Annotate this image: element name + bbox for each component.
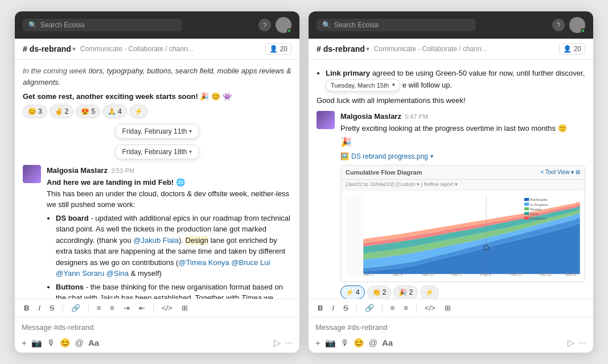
left-window: 🔍 Search Ecosia ? # ds-rebrand ▾ Communi… xyxy=(15,11,299,353)
svg-rect-18 xyxy=(524,217,529,220)
reaction-2[interactable]: ✌️ 2 xyxy=(50,105,74,118)
messages-area-right: Link primary agreed to be using Green-50… xyxy=(309,60,593,299)
search-bar-left[interactable]: 🔍 Search Ecosia xyxy=(23,19,182,31)
date-pill-feb18[interactable]: Friday, February 18th ▾ xyxy=(115,144,200,159)
svg-text:Jan 1: Jan 1 xyxy=(363,271,373,276)
divider-r3 xyxy=(416,304,417,313)
channel-name-right[interactable]: # ds-rebrand xyxy=(317,44,365,53)
chart-share-btn[interactable]: < Tool View ▾ ⊞ xyxy=(540,168,580,176)
msg-header-left: Malgosia Maslarz 3:53 PM xyxy=(47,165,291,176)
channel-desc-left: Communicate - Collaborate / chann... xyxy=(80,45,194,53)
reaction-1[interactable]: 😊 3 xyxy=(23,105,47,118)
members-button-right[interactable]: 👤 20 xyxy=(559,43,585,55)
mention-sina[interactable]: @Sina xyxy=(106,269,129,278)
help-icon-right[interactable]: ? xyxy=(552,19,565,31)
link-btn-left[interactable]: 🔗 xyxy=(69,303,83,313)
more-btn-right[interactable]: ⋯ xyxy=(579,338,586,347)
mic-btn-left[interactable]: 🎙 xyxy=(47,338,55,348)
bold-btn-left[interactable]: B xyxy=(22,303,31,313)
svg-text:Mar 8: Mar 8 xyxy=(565,271,576,276)
msg-author-right: Malgosia Maslarz xyxy=(340,111,401,122)
italic-btn-right[interactable]: I xyxy=(330,303,336,313)
search-icon: 🔍 xyxy=(28,21,37,29)
truncated-intro: In the coming week tlors, typogrpahy, bu… xyxy=(23,65,291,88)
divider-3 xyxy=(153,304,154,313)
channel-desc-right: Communicate - Collaborate / chann... xyxy=(374,45,487,53)
message-block-right: Malgosia Maslarz 5:47 PM Pretty exciting… xyxy=(317,111,585,299)
plus-btn-right[interactable]: + xyxy=(315,338,321,348)
msg-header-right: Malgosia Maslarz 5:47 PM xyxy=(340,111,585,122)
code-btn-right[interactable]: </> xyxy=(422,303,438,313)
svg-rect-10 xyxy=(524,198,529,201)
ol-btn-right[interactable]: ≡ xyxy=(388,303,397,313)
ul-btn-left[interactable]: ≡ xyxy=(108,303,117,313)
chart-title: Cumulative Flow Diagram xyxy=(346,168,422,177)
mention-btn-right[interactable]: @ xyxy=(369,338,377,348)
file-caret: ▾ xyxy=(430,152,433,160)
tooltip-march15[interactable]: Tuesday, March 15th ▾ xyxy=(326,79,400,92)
italic-btn-left[interactable]: I xyxy=(36,303,43,313)
svg-text:Feb 15: Feb 15 xyxy=(510,271,522,276)
reaction-4[interactable]: 🙏 4 xyxy=(102,105,127,118)
svg-text:Backlog/do: Backlog/do xyxy=(530,197,548,201)
file-icon: 🖼️ xyxy=(340,151,349,162)
video-btn-left[interactable]: 📷 xyxy=(31,338,42,348)
channel-dropdown-icon[interactable]: ▾ xyxy=(72,45,76,53)
video-btn-right[interactable]: 📷 xyxy=(325,338,336,348)
reaction-5[interactable]: ⚡ xyxy=(129,105,148,118)
date-pill-feb11[interactable]: Friday, February 11th ▾ xyxy=(115,124,200,139)
date-divider-feb11: Friday, February 11th ▾ xyxy=(23,124,291,139)
channel-dropdown-icon-right[interactable]: ▾ xyxy=(366,45,369,53)
reaction-right-4[interactable]: ⚡ xyxy=(420,286,439,299)
svg-text:Jan 15: Jan 15 xyxy=(422,271,434,276)
msg-content-left: Malgosia Maslarz 3:53 PM And here we are… xyxy=(47,165,291,299)
help-icon[interactable]: ? xyxy=(258,19,271,31)
members-button-left[interactable]: 👤 20 xyxy=(265,43,291,55)
msg-text-right: Pretty exciting looking at the progress … xyxy=(340,123,585,134)
mention-btn-left[interactable]: @ xyxy=(75,338,84,348)
code-btn-left[interactable]: </> xyxy=(159,303,175,313)
svg-text:Feb 22: Feb 22 xyxy=(539,271,552,276)
reaction-right-2[interactable]: 👏 2 xyxy=(367,286,392,299)
ul-btn-right[interactable]: ≡ xyxy=(401,303,410,313)
svg-rect-14 xyxy=(524,207,529,210)
divider-2 xyxy=(88,304,89,313)
mention-bruce[interactable]: @Bruce Lui xyxy=(231,258,270,267)
date-caret-feb11: ▾ xyxy=(189,127,192,135)
search-bar-right[interactable]: 🔍 Search Ecosia xyxy=(317,19,476,31)
mention-jakub[interactable]: @Jakub Fiala xyxy=(133,236,179,245)
people-icon: 👤 xyxy=(269,45,278,53)
user-avatar-left[interactable] xyxy=(276,17,291,33)
format-btn-left[interactable]: Aa xyxy=(88,338,99,348)
reaction-3[interactable]: 😍 5 xyxy=(76,105,100,118)
emoji-btn-right[interactable]: 😊 xyxy=(354,338,364,348)
reaction-right-3[interactable]: 🎉 2 xyxy=(393,286,418,299)
mention-timea[interactable]: @Timea Konya xyxy=(178,258,229,267)
msg-bold-line: And here we are landing in mid Feb! 🌐 xyxy=(47,177,291,188)
indent-btn-left[interactable]: ⇥ xyxy=(121,303,132,313)
mic-btn-right[interactable]: 🎙 xyxy=(340,338,349,348)
emoji-btn-left[interactable]: 😊 xyxy=(60,338,71,348)
send-btn-right[interactable]: ▷ xyxy=(568,337,574,348)
titlebar-actions-right: ? xyxy=(552,17,585,33)
bold-btn-right[interactable]: B xyxy=(315,303,325,313)
mention-yann[interactable]: @Yann Soraru xyxy=(56,269,104,278)
reaction-right-1[interactable]: ⚡ 4 xyxy=(340,286,365,299)
channel-name-left[interactable]: # ds-rebrand xyxy=(23,44,71,53)
strike-btn-right[interactable]: S xyxy=(341,303,351,313)
top-bullet-item: Link primary agreed to be using Green-50… xyxy=(326,68,585,92)
more-btn-left[interactable]: ⋯ xyxy=(285,338,293,347)
message-input-right[interactable] xyxy=(315,322,586,333)
file-label-right[interactable]: 🖼️ DS rebrand progress.png ▾ xyxy=(340,151,585,162)
plus-btn-left[interactable]: + xyxy=(22,338,27,348)
more-format-btn-left[interactable]: ⊞ xyxy=(179,303,190,313)
send-btn-left[interactable]: ▷ xyxy=(274,337,281,348)
format-btn-right[interactable]: Aa xyxy=(382,338,393,348)
outdent-btn-left[interactable]: ⇤ xyxy=(137,303,147,313)
user-avatar-right[interactable] xyxy=(569,17,585,33)
message-input-left[interactable] xyxy=(22,322,293,333)
strike-btn-left[interactable]: S xyxy=(47,303,57,313)
ol-btn-left[interactable]: ≡ xyxy=(95,303,104,313)
link-btn-right[interactable]: 🔗 xyxy=(363,303,376,313)
more-format-btn-right[interactable]: ⊞ xyxy=(442,303,453,313)
